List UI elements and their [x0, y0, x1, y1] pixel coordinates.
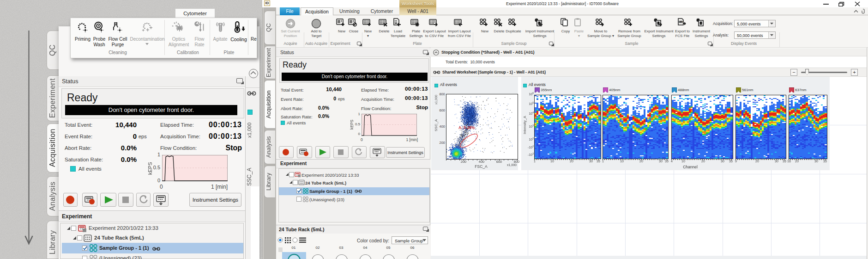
svg-text:FCS: FCS [679, 21, 683, 23]
